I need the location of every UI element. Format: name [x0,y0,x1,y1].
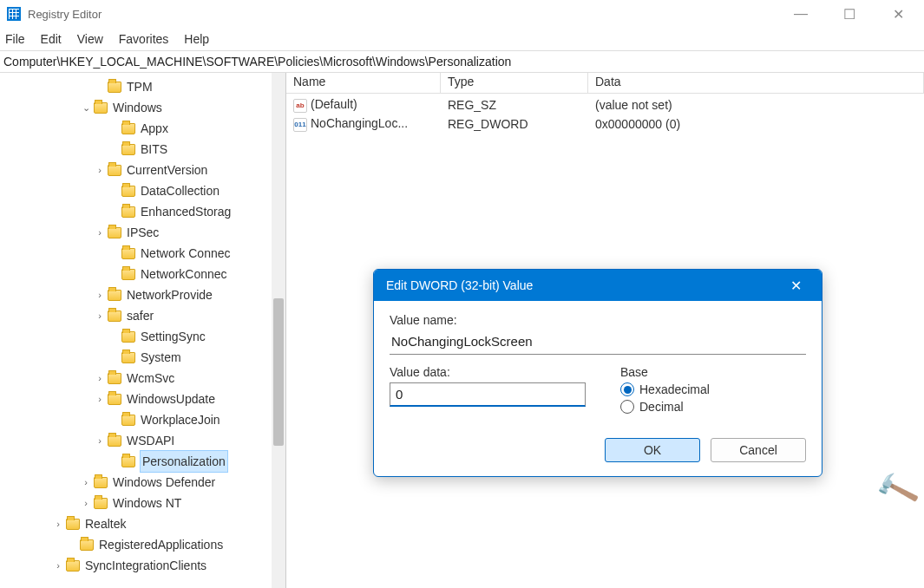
ok-button[interactable]: OK [605,438,700,462]
tree-item[interactable]: ›Realtek [3,513,285,534]
label-base: Base [620,365,806,379]
list-header[interactable]: Name Type Data [286,73,924,94]
menu-file[interactable]: File [5,32,25,46]
tree-label: Personalization [141,451,227,472]
expander-icon[interactable]: › [94,434,106,447]
tree-label: TPM [127,76,153,97]
tree-item[interactable]: ›NetworkProvide [3,284,285,305]
expander-icon[interactable]: › [80,476,92,488]
expander-icon[interactable]: › [94,310,106,322]
col-name[interactable]: Name [286,73,441,93]
tree-item[interactable]: ›CurrentVersion [3,160,285,180]
expander-icon[interactable]: › [52,559,64,572]
tree-item[interactable]: ›Windows NT [3,493,285,513]
tree-item[interactable]: ›SyncIntegrationClients [3,555,285,576]
window-controls: — ☐ ✕ [789,2,917,26]
menu-favorites[interactable]: Favorites [119,32,169,46]
menu-edit[interactable]: Edit [41,32,62,46]
dialog-close-button[interactable]: ✕ [782,271,809,299]
value-type: REG_DWORD [441,117,588,131]
list-row[interactable]: ab(Default)REG_SZ(value not set) [286,95,924,114]
expander-none [108,455,120,467]
tree-label: WSDAPI [127,430,174,451]
expander-none [108,206,120,218]
regedit-icon [7,7,21,21]
tree-label: Windows NT [113,493,181,513]
tree-item[interactable]: ›Windows Defender [3,472,285,493]
radio-hex-label: Hexadecimal [639,382,710,396]
tree-label: NetworkConnec [141,264,227,284]
folder-icon [108,290,121,301]
maximize-button[interactable]: ☐ [837,2,862,26]
tree[interactable]: TPM⌄WindowsAppxBITS›CurrentVersionDataCo… [0,73,285,579]
tree-item[interactable]: WorkplaceJoin [3,409,285,430]
expander-icon[interactable]: › [94,372,106,384]
menu-help[interactable]: Help [184,32,209,46]
value-data: (value not set) [588,98,924,112]
expander-icon[interactable]: › [94,393,106,405]
expander-none [66,539,78,551]
folder-icon [66,519,80,530]
tree-item[interactable]: DataCollection [3,180,285,201]
tree-label: SettingSync [141,326,206,347]
menu-view[interactable]: View [77,32,103,46]
tree-item[interactable]: ›safer [3,305,285,326]
minimize-button[interactable]: — [789,2,813,26]
value-name: (Default) [311,97,357,111]
tree-item[interactable]: Personalization [3,451,285,472]
expander-icon[interactable]: › [52,518,64,530]
col-data[interactable]: Data [588,73,924,93]
radio-dec-icon [620,400,634,414]
folder-icon [121,352,135,363]
value-data: 0x00000000 (0) [588,117,924,131]
tree-label: Windows [113,97,162,118]
expander-none [108,351,120,363]
scrollbar-thumb[interactable] [273,298,284,446]
tree-label: DataCollection [141,180,220,201]
radio-dec-label: Decimal [639,400,684,414]
folder-icon [94,498,108,509]
tree-item[interactable]: TPM [3,76,285,97]
folder-icon [108,373,121,384]
dialog-titlebar[interactable]: Edit DWORD (32-bit) Value ✕ [374,270,822,301]
tree-item[interactable]: Appx [3,118,285,139]
radio-hexadecimal[interactable]: Hexadecimal [620,382,806,396]
tree-scrollbar[interactable] [272,73,285,588]
tree-item[interactable]: ›WSDAPI [3,430,285,451]
tree-item[interactable]: System [3,347,285,368]
tree-item[interactable]: SettingSync [3,326,285,347]
close-button[interactable]: ✕ [886,2,910,26]
tree-item[interactable]: RegisteredApplications [3,534,285,555]
expander-icon[interactable]: › [94,164,106,176]
expander-icon[interactable]: › [80,497,92,509]
tree-item[interactable]: EnhancedStorag [3,201,285,222]
list-row[interactable]: 011NoChangingLoc...REG_DWORD0x00000000 (… [286,114,924,134]
value-data-input[interactable] [390,382,586,407]
expander-none [108,185,120,197]
folder-icon [121,248,135,259]
label-value-data: Value data: [390,365,586,379]
tree-item[interactable]: ›WcmSvc [3,368,285,389]
expander-icon[interactable]: › [94,289,106,301]
cancel-button[interactable]: Cancel [711,438,806,462]
address-bar[interactable]: Computer\HKEY_LOCAL_MACHINE\SOFTWARE\Pol… [0,50,924,73]
col-type[interactable]: Type [441,73,588,93]
folder-icon [121,456,135,467]
value-name-input[interactable] [390,330,806,355]
dialog-title-text: Edit DWORD (32-bit) Value [386,278,533,292]
radio-decimal[interactable]: Decimal [620,400,806,414]
tree-item[interactable]: BITS [3,139,285,160]
value-name: NoChangingLoc... [311,116,408,130]
expander-icon[interactable]: ⌄ [80,101,92,114]
tree-item[interactable]: ›IPSec [3,222,285,243]
tree-label: SyncIntegrationClients [85,555,206,576]
tree-item[interactable]: Network Connec [3,243,285,264]
tree-item[interactable]: ⌄Windows [3,97,285,118]
tree-label: EnhancedStorag [141,201,231,222]
tree-item[interactable]: ›WindowsUpdate [3,389,285,409]
address-text: Computer\HKEY_LOCAL_MACHINE\SOFTWARE\Pol… [3,55,511,69]
folder-icon [121,206,135,218]
expander-icon[interactable]: › [94,226,106,238]
menu-bar: File Edit View Favorites Help [0,28,924,50]
tree-item[interactable]: NetworkConnec [3,264,285,284]
